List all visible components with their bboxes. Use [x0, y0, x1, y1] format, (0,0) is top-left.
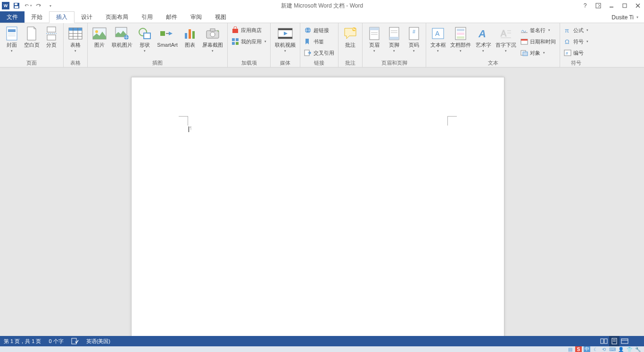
svg-text:#: # — [566, 51, 568, 56]
tray-wrench-icon[interactable]: 🔧 — [635, 346, 641, 352]
header-icon — [367, 26, 382, 41]
footer-icon — [387, 26, 402, 41]
document-area[interactable] — [0, 67, 644, 339]
word-app-icon[interactable]: W — [2, 2, 9, 9]
tab-file[interactable]: 文件 — [0, 11, 25, 23]
tab-insert[interactable]: 插入 — [49, 11, 74, 23]
bookmark-button[interactable]: 书签 — [302, 36, 336, 47]
pictures-button[interactable]: 图片 — [90, 24, 109, 48]
text-box-button[interactable]: A 文本框▾ — [428, 24, 448, 53]
tab-layout[interactable]: 页面布局 — [99, 11, 135, 23]
group-symbols: π 公式▾ Ω 符号▾ # 编号 符号 — [560, 23, 592, 67]
account-area[interactable]: Dusite Ti ▾ — [611, 11, 641, 23]
text-box-icon: A — [430, 26, 446, 41]
header-button[interactable]: 页眉▾ — [364, 24, 384, 53]
save-icon[interactable] — [12, 1, 21, 10]
svg-text:π: π — [565, 27, 569, 34]
tray-user-icon[interactable]: 👤 — [618, 346, 624, 352]
cover-page-icon — [4, 26, 19, 41]
screenshot-button[interactable]: + 屏幕截图▾ — [200, 24, 225, 53]
tab-review[interactable]: 审阅 — [184, 11, 208, 23]
signature-line-button[interactable]: 签名行▾ — [519, 25, 558, 35]
page-number-button[interactable]: # 页码▾ — [404, 24, 424, 53]
object-button[interactable]: 对象▾ — [519, 48, 558, 58]
online-video-button[interactable]: 联机视频▾ — [272, 24, 298, 53]
svg-rect-88 — [621, 339, 628, 344]
group-media: 联机视频▾ 媒体 — [271, 23, 300, 67]
table-button[interactable]: 表格▾ — [66, 24, 85, 53]
smartart-button[interactable]: SmartArt — [155, 24, 180, 48]
tab-mailings[interactable]: 邮件 — [159, 11, 184, 23]
maximize-icon[interactable] — [619, 0, 631, 11]
cover-page-button[interactable]: 封面▾ — [2, 24, 22, 53]
page-break-button[interactable]: 分页 — [41, 24, 61, 48]
equation-button[interactable]: π 公式▾ — [562, 25, 590, 35]
view-print-layout-icon[interactable] — [609, 336, 619, 346]
svg-rect-9 — [8, 29, 16, 32]
group-pages: 封面▾ 空白页 分页 页面 — [0, 23, 64, 67]
quick-access-toolbar: W ▾ ▾ — [0, 1, 55, 10]
number-icon: # — [564, 49, 571, 57]
svg-point-22 — [95, 30, 98, 33]
svg-rect-1 — [15, 3, 17, 5]
tray-icon[interactable]: ▤ — [567, 346, 573, 352]
view-web-layout-icon[interactable] — [619, 336, 630, 346]
footer-button[interactable]: 页脚▾ — [384, 24, 404, 53]
svg-rect-53 — [370, 27, 379, 30]
tab-view[interactable]: 视图 — [208, 11, 233, 23]
tab-home[interactable]: 开始 — [25, 11, 49, 23]
status-word-count[interactable]: 0 个字 — [45, 338, 67, 345]
tray-moon-icon[interactable]: ☾ — [592, 346, 599, 352]
comment-button[interactable]: 批注 — [340, 24, 360, 48]
tray-shirt-icon[interactable]: 👕 — [626, 346, 633, 352]
ribbon-display-icon[interactable] — [592, 0, 604, 11]
minimize-icon[interactable] — [605, 0, 618, 11]
help-icon[interactable]: ? — [579, 0, 591, 11]
tray-keyboard-icon[interactable]: ⌨ — [609, 346, 616, 352]
user-name: Dusite Ti — [611, 14, 634, 21]
chart-button[interactable]: 图表 — [180, 24, 200, 48]
wordart-button[interactable]: A 艺术字▾ — [473, 24, 493, 53]
online-pictures-button[interactable]: 联机图片 — [109, 24, 135, 48]
quick-parts-button[interactable]: 文档部件▾ — [448, 24, 473, 53]
status-language[interactable]: 英语(美国) — [83, 338, 114, 345]
svg-rect-75 — [521, 39, 528, 41]
sogou-ime-icon[interactable]: S — [575, 346, 582, 352]
number-button[interactable]: # 编号 — [562, 48, 590, 58]
drop-cap-button: A 首字下沉▾ — [493, 24, 519, 53]
close-icon[interactable] — [632, 0, 644, 11]
page-number-icon: # — [406, 26, 421, 41]
group-illustrations: 图片 联机图片 形状▾ SmartArt 图表 + 屏幕截图▾ — [88, 23, 228, 67]
svg-rect-65 — [457, 29, 464, 31]
smartart-icon — [160, 26, 175, 41]
qat-customize-icon[interactable]: ▾ — [46, 1, 55, 10]
svg-rect-8 — [7, 27, 17, 40]
svg-rect-2 — [15, 6, 18, 8]
my-apps-button[interactable]: 我的应用▾ — [230, 36, 268, 47]
symbol-button[interactable]: Ω 符号▾ — [562, 36, 590, 47]
equation-icon: π — [564, 26, 571, 34]
blank-page-button[interactable]: 空白页 — [22, 24, 41, 48]
tab-references[interactable]: 引用 — [135, 11, 159, 23]
tray-sync-icon[interactable]: ⟲ — [601, 346, 607, 352]
undo-icon[interactable]: ▾ — [24, 1, 32, 10]
ime-mode-icon[interactable]: 中 — [584, 346, 590, 352]
table-icon — [68, 26, 83, 41]
margin-corner-tr — [447, 116, 457, 126]
status-proofing-icon[interactable] — [67, 338, 83, 344]
document-page[interactable] — [131, 77, 504, 339]
status-page[interactable]: 第 1 页，共 1 页 — [0, 338, 45, 345]
redo-icon[interactable] — [35, 1, 43, 10]
svg-text:+: + — [217, 29, 219, 34]
tab-design[interactable]: 设计 — [74, 11, 99, 23]
svg-rect-43 — [278, 37, 292, 39]
store-button[interactable]: 应用商店 — [230, 25, 268, 35]
hyperlink-button[interactable]: 超链接 — [302, 25, 336, 35]
cross-reference-button[interactable]: 交叉引用 — [302, 48, 336, 58]
svg-rect-38 — [236, 38, 239, 41]
quick-parts-icon — [453, 26, 468, 41]
shapes-button[interactable]: 形状▾ — [135, 24, 155, 53]
svg-rect-33 — [210, 29, 215, 31]
view-read-mode-icon[interactable] — [599, 336, 609, 346]
date-time-button[interactable]: 日期和时间 — [519, 36, 558, 47]
